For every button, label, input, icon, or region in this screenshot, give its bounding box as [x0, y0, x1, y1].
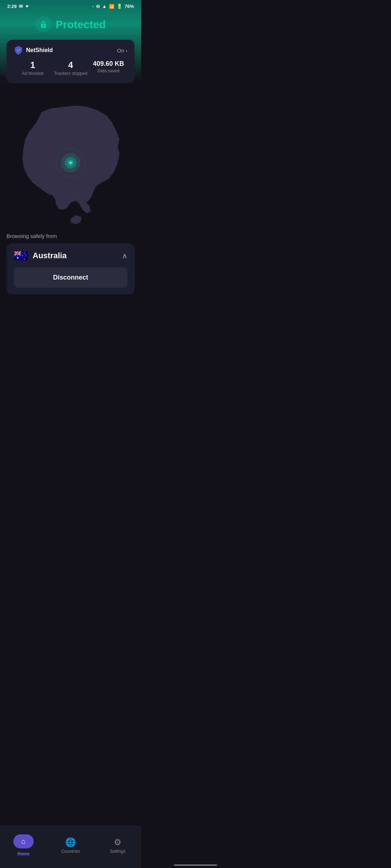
country-name: Australia — [33, 251, 67, 260]
protected-row: Protected — [35, 17, 106, 33]
mute-icon: ⊖ — [96, 4, 100, 9]
dot-icon: ● — [92, 5, 94, 8]
data-saved-stat: 409.60 KB Data saved — [89, 60, 127, 73]
data-saved-label: Data saved — [97, 68, 119, 73]
battery-percent: 76% — [125, 4, 134, 9]
browsing-label: Browsing safely from — [7, 233, 135, 239]
svg-point-1 — [43, 25, 44, 26]
map-area — [0, 80, 141, 231]
chevron-up-icon[interactable]: ∧ — [122, 251, 127, 260]
netshield-title-row: NetShield — [14, 46, 53, 55]
australia-map — [0, 80, 141, 231]
netshield-on-label: On — [117, 47, 124, 54]
status-bar: 2:29 ✉ ✦ ● ⊖ ▲ 📶 🔋 76% — [0, 0, 141, 11]
wifi-icon: ▲ — [102, 4, 107, 9]
gmail-icon: ✉ — [19, 4, 23, 9]
trackers-stopped-stat: 4 Trackers stopped — [52, 60, 90, 76]
country-header: 🇦🇺 Australia ∧ — [14, 250, 127, 261]
netshield-title: NetShield — [26, 47, 53, 54]
country-name-row: 🇦🇺 Australia — [14, 250, 67, 261]
netshield-chevron-icon: › — [126, 47, 127, 54]
protected-label: Protected — [56, 18, 106, 31]
ad-blocked-stat: 1 Ad blocked — [14, 60, 52, 76]
header-content: Protected — [0, 11, 141, 40]
status-left: 2:29 ✉ ✦ — [7, 4, 29, 9]
svg-point-8 — [70, 162, 71, 163]
country-card[interactable]: 🇦🇺 Australia ∧ Disconnect — [7, 243, 135, 294]
trackers-stopped-label: Trackers stopped — [54, 71, 87, 76]
battery-icon: 🔋 — [117, 4, 122, 9]
signal-icon: 📶 — [109, 4, 114, 9]
netshield-icon — [14, 46, 23, 55]
australia-flag: 🇦🇺 — [14, 250, 28, 261]
disconnect-button[interactable]: Disconnect — [14, 267, 127, 288]
netshield-card: NetShield On › 1 Ad blocked 4 Trackers s… — [7, 40, 135, 83]
lock-icon — [39, 20, 48, 29]
ad-blocked-value: 1 — [30, 60, 35, 70]
trackers-stopped-value: 4 — [68, 60, 73, 70]
lock-icon-wrap — [35, 17, 51, 33]
status-right: ● ⊖ ▲ 📶 🔋 76% — [92, 4, 134, 9]
browsing-section: Browsing safely from 🇦🇺 Australia ∧ Disc… — [0, 233, 141, 300]
netshield-header: NetShield On › — [14, 46, 127, 55]
time-display: 2:29 — [7, 4, 17, 9]
ad-blocked-label: Ad blocked — [22, 71, 43, 76]
netshield-stats: 1 Ad blocked 4 Trackers stopped 409.60 K… — [14, 60, 127, 76]
netshield-status[interactable]: On › — [117, 47, 127, 54]
data-saved-value: 409.60 KB — [93, 60, 124, 68]
location-icon: ✦ — [25, 4, 29, 9]
